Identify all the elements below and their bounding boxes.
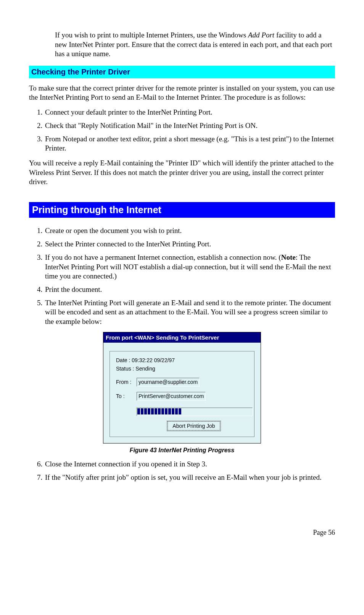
list-item-text: From Notepad or another text editor, pri… [45, 135, 334, 152]
subheading-checking-printer-driver: Checking the Printer Driver [29, 66, 335, 78]
list-item: Print the document. [44, 285, 335, 295]
progress-segment [161, 408, 164, 414]
list-item-text: The InterNet Printing Port will generate… [45, 299, 331, 325]
para-check-driver: To make sure that the correct printer dr… [29, 84, 335, 102]
intro-paragraph: If you wish to print to multiple Interne… [55, 31, 335, 59]
progress-segment [165, 408, 168, 414]
progress-segment [137, 408, 140, 414]
list-item: Connect your default printer to the Inte… [44, 108, 335, 117]
list-item: Close the Internet connection if you ope… [44, 460, 335, 469]
list-item: The InterNet Printing Port will generate… [44, 298, 335, 327]
list-item: Create or open the document you wish to … [44, 226, 335, 236]
subheading-text: Checking the Printer Driver [31, 68, 130, 76]
progress-dialog: From port <WAN> Sending To PrintServer D… [103, 332, 261, 443]
progress-segment [151, 408, 154, 414]
intro-ital: Add Port [248, 31, 274, 39]
list-item: Select the Printer connected to the Inte… [44, 240, 335, 249]
heading-printing-through-internet: Printing through the Internet [29, 202, 335, 218]
dialog-body: Date : 09:32:22 09/22/97 Status : Sendin… [110, 351, 254, 437]
progress-segment [175, 408, 178, 414]
printing-steps-continued: Close the Internet connection if you ope… [29, 460, 335, 482]
page-number: Page 56 [29, 528, 335, 537]
progress-segment [179, 408, 181, 414]
figure-dialog: From port <WAN> Sending To PrintServer D… [103, 332, 261, 443]
dialog-status: Status : Sending [116, 365, 248, 372]
progress-segment [158, 408, 161, 414]
dialog-from-row: From : yourname@supplier.com [116, 378, 248, 387]
dialog-titlebar: From port <WAN> Sending To PrintServer [103, 332, 261, 343]
progress-segment [144, 408, 147, 414]
list-item-text: Check that "Reply Notification Mail" in … [45, 121, 258, 129]
list-item: If the "Notify after print job" option i… [44, 473, 335, 482]
intro-pre: If you wish to print to multiple Interne… [55, 31, 248, 39]
progress-segment [168, 408, 171, 414]
list-item-text: Close the Internet connection if you ope… [45, 460, 207, 468]
list-item-text: Print the document. [45, 285, 102, 293]
list-item-text: If the "Notify after print job" option i… [45, 473, 322, 481]
list-item-text: Create or open the document you wish to … [45, 227, 182, 235]
list-item-pre: If you do not have a permanent Internet … [45, 253, 281, 261]
list-item-bold: Note [281, 253, 296, 261]
to-label: To : [116, 393, 137, 400]
progress-segment [148, 408, 150, 414]
abort-printing-button[interactable]: Abort Printing Job [168, 421, 220, 430]
abort-row: Abort Printing Job [137, 421, 251, 430]
figure-caption: Figure 43 InterNet Printing Progress [29, 447, 335, 455]
progress-bar [137, 408, 253, 416]
check-driver-steps: Connect your default printer to the Inte… [29, 108, 335, 153]
para-reply-email: You will receive a reply E-Mail containi… [29, 159, 335, 187]
progress-bar-row [137, 408, 248, 416]
progress-segment [141, 408, 143, 414]
to-input[interactable]: PrintServer@customer.com [137, 392, 206, 401]
list-item: Check that "Reply Notification Mail" in … [44, 121, 335, 131]
progress-segment [155, 408, 157, 414]
heading-text: Printing through the Internet [32, 204, 161, 215]
list-item: From Notepad or another text editor, pri… [44, 134, 335, 153]
printing-steps: Create or open the document you wish to … [29, 226, 335, 326]
from-input[interactable]: yourname@supplier.com [137, 378, 200, 387]
from-label: From : [116, 379, 137, 385]
progress-segment [172, 408, 174, 414]
list-item-text: Connect your default printer to the Inte… [45, 108, 212, 116]
dialog-date: Date : 09:32:22 09/22/97 [116, 357, 248, 364]
dialog-to-row: To : PrintServer@customer.com [116, 392, 248, 401]
list-item-text: Select the Printer connected to the Inte… [45, 240, 211, 248]
list-item: If you do not have a permanent Internet … [44, 253, 335, 281]
